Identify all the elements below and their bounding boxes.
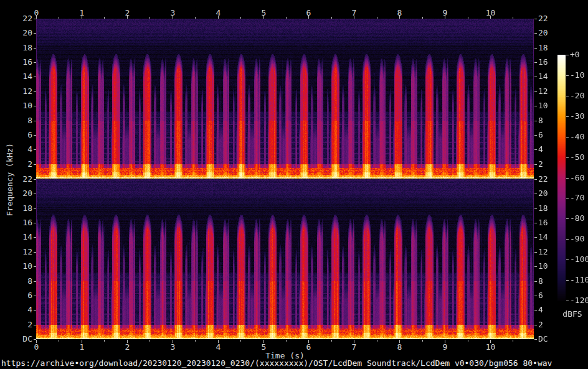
freq-tick-mark [534, 296, 537, 296]
freq-tick-mark [34, 33, 36, 34]
freq-tick-label: 16 [538, 218, 559, 227]
colorbar-tick-label: -70 [570, 194, 588, 202]
freq-tick-label: 6 [538, 131, 559, 139]
time-tick-mark-minor [59, 17, 59, 19]
freq-tick-mark [34, 208, 36, 209]
freq-tick-label: 22 [538, 14, 559, 23]
time-tick-label: 9 [435, 343, 455, 352]
freq-tick-mark [34, 164, 36, 165]
time-tick-mark-minor [377, 17, 377, 19]
freq-tick-mark [34, 223, 36, 223]
freq-tick-mark [534, 77, 537, 77]
time-tick-label: 8 [389, 343, 410, 352]
freq-tick-label: 10 [11, 262, 32, 271]
footer-url: https://archive•org/download/20230120_20… [1, 359, 552, 368]
colorbar-tick-mark [566, 218, 569, 219]
time-tick-mark-minor [286, 17, 287, 19]
freq-tick-label: 12 [538, 248, 559, 256]
freq-tick-label: 4 [11, 306, 32, 314]
time-tick-mark-minor [377, 340, 377, 342]
freq-tick-label: DC [538, 335, 559, 343]
freq-tick-mark [34, 106, 36, 106]
freq-tick-label: 2 [538, 160, 559, 169]
freq-tick-label: 20 [538, 29, 559, 37]
time-tick-mark-minor [513, 17, 513, 19]
freq-tick-mark [534, 48, 537, 49]
freq-tick-label: 22 [11, 14, 32, 23]
colorbar-tick-mark [566, 157, 569, 158]
colorbar-tick-mark [566, 75, 569, 76]
freq-tick-mark [534, 135, 537, 136]
time-tick-label: 5 [254, 9, 274, 17]
freq-tick-mark [534, 106, 537, 106]
time-tick-mark-minor [59, 340, 59, 342]
freq-tick-label: 2 [538, 320, 559, 329]
freq-tick-label: 14 [538, 72, 559, 81]
colorbar-tick-label: -20 [570, 91, 588, 100]
freq-tick-label: 16 [538, 58, 559, 67]
time-tick-label: 4 [208, 343, 229, 352]
time-tick-mark-minor [422, 17, 423, 19]
colorbar-tick-label: +0 [570, 50, 588, 59]
freq-tick-label: 20 [538, 189, 559, 198]
spectrogram-canvas-channel-1 [36, 19, 534, 179]
time-tick-label: 7 [344, 9, 364, 17]
time-tick-mark-minor [331, 340, 332, 342]
time-tick-label: 3 [163, 343, 183, 352]
colorbar-tick-label: -80 [570, 214, 588, 223]
time-tick-label: 7 [344, 343, 364, 352]
freq-tick-mark [34, 266, 36, 267]
spectrogram-viewer: 0011223344556677889910102222202018181616… [0, 0, 588, 369]
freq-tick-label: 6 [11, 131, 32, 139]
freq-tick-mark [534, 252, 537, 253]
freq-tick-mark [34, 325, 36, 325]
freq-tick-mark [34, 281, 36, 282]
freq-tick-label: 4 [538, 145, 559, 154]
time-tick-mark-minor [149, 17, 150, 19]
freq-tick-mark [534, 223, 537, 223]
freq-tick-mark [534, 149, 537, 150]
colorbar-tick-label: -110 [570, 276, 588, 284]
freq-tick-mark [534, 164, 537, 165]
colorbar-tick-label: -120 [570, 296, 588, 305]
colorbar-tick-mark [566, 301, 569, 301]
freq-tick-mark [534, 194, 537, 194]
freq-tick-label: 18 [538, 204, 559, 213]
freq-tick-mark [34, 339, 36, 340]
freq-tick-mark [34, 310, 36, 311]
freq-tick-mark [34, 121, 36, 121]
axis-title-frequency: Frequency (kHz) [6, 142, 15, 217]
freq-tick-label: 8 [538, 116, 559, 125]
freq-tick-mark [534, 33, 537, 34]
freq-tick-mark [534, 19, 537, 19]
colorbar-tick-label: -10 [570, 71, 588, 80]
freq-tick-mark [34, 149, 36, 150]
freq-tick-label: 16 [11, 58, 32, 67]
freq-tick-mark [34, 62, 36, 63]
time-tick-mark-minor [104, 17, 105, 19]
time-tick-mark-minor [422, 340, 423, 342]
freq-tick-label: 6 [538, 291, 559, 300]
time-tick-label: 1 [72, 9, 92, 17]
freq-tick-mark [534, 266, 537, 267]
freq-tick-mark [534, 62, 537, 63]
time-tick-mark-minor [513, 340, 513, 342]
time-tick-label: 6 [298, 343, 319, 352]
time-tick-label: 6 [298, 9, 319, 17]
freq-tick-label: 14 [11, 233, 32, 241]
colorbar-tick-label: -50 [570, 153, 588, 162]
colorbar-tick-mark [566, 137, 569, 138]
time-tick-mark-minor [195, 340, 196, 342]
colorbar-tick-label: -60 [570, 174, 588, 182]
time-tick-mark-minor [468, 340, 468, 342]
colorbar-tick-mark [566, 96, 569, 96]
time-tick-mark-minor [240, 340, 241, 342]
freq-tick-mark [34, 194, 36, 194]
freq-tick-label: 18 [11, 44, 32, 52]
freq-tick-label: 12 [538, 87, 559, 96]
time-tick-mark-minor [195, 17, 196, 19]
freq-tick-label: 14 [538, 233, 559, 241]
colorbar-tick-mark [566, 239, 569, 240]
time-tick-label: 2 [117, 9, 138, 17]
freq-tick-label: 22 [538, 175, 559, 184]
